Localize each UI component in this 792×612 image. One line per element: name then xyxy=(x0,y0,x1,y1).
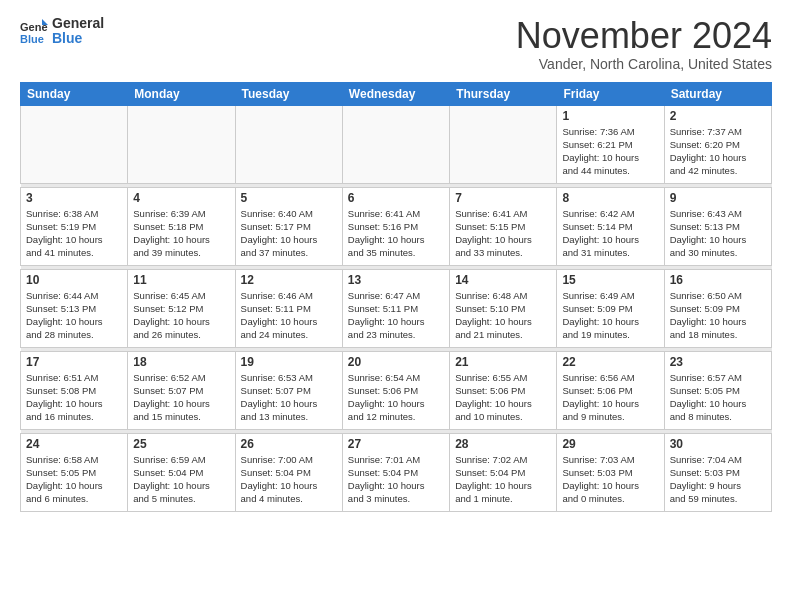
day-info: Sunrise: 6:43 AM Sunset: 5:13 PM Dayligh… xyxy=(670,207,766,260)
day-number: 26 xyxy=(241,437,337,451)
calendar-cell: 5Sunrise: 6:40 AM Sunset: 5:17 PM Daylig… xyxy=(235,187,342,265)
day-info: Sunrise: 6:50 AM Sunset: 5:09 PM Dayligh… xyxy=(670,289,766,342)
calendar-header-saturday: Saturday xyxy=(664,82,771,105)
day-number: 17 xyxy=(26,355,122,369)
day-number: 20 xyxy=(348,355,444,369)
day-info: Sunrise: 6:38 AM Sunset: 5:19 PM Dayligh… xyxy=(26,207,122,260)
day-info: Sunrise: 6:54 AM Sunset: 5:06 PM Dayligh… xyxy=(348,371,444,424)
calendar-cell: 30Sunrise: 7:04 AM Sunset: 5:03 PM Dayli… xyxy=(664,433,771,511)
calendar-cell: 21Sunrise: 6:55 AM Sunset: 5:06 PM Dayli… xyxy=(450,351,557,429)
calendar-cell: 9Sunrise: 6:43 AM Sunset: 5:13 PM Daylig… xyxy=(664,187,771,265)
day-info: Sunrise: 6:51 AM Sunset: 5:08 PM Dayligh… xyxy=(26,371,122,424)
day-number: 14 xyxy=(455,273,551,287)
calendar-cell: 27Sunrise: 7:01 AM Sunset: 5:04 PM Dayli… xyxy=(342,433,449,511)
title-block: November 2024 Vander, North Carolina, Un… xyxy=(516,16,772,72)
calendar-cell xyxy=(342,105,449,183)
calendar-cell xyxy=(21,105,128,183)
day-number: 11 xyxy=(133,273,229,287)
day-info: Sunrise: 7:01 AM Sunset: 5:04 PM Dayligh… xyxy=(348,453,444,506)
calendar-cell: 6Sunrise: 6:41 AM Sunset: 5:16 PM Daylig… xyxy=(342,187,449,265)
header: General Blue General Blue November 2024 … xyxy=(20,16,772,72)
calendar-cell xyxy=(128,105,235,183)
location: Vander, North Carolina, United States xyxy=(516,56,772,72)
day-number: 22 xyxy=(562,355,658,369)
logo-blue-text: Blue xyxy=(52,31,104,46)
day-number: 1 xyxy=(562,109,658,123)
calendar-cell: 28Sunrise: 7:02 AM Sunset: 5:04 PM Dayli… xyxy=(450,433,557,511)
calendar-cell: 8Sunrise: 6:42 AM Sunset: 5:14 PM Daylig… xyxy=(557,187,664,265)
day-info: Sunrise: 6:48 AM Sunset: 5:10 PM Dayligh… xyxy=(455,289,551,342)
day-number: 9 xyxy=(670,191,766,205)
calendar-cell: 18Sunrise: 6:52 AM Sunset: 5:07 PM Dayli… xyxy=(128,351,235,429)
calendar-cell: 19Sunrise: 6:53 AM Sunset: 5:07 PM Dayli… xyxy=(235,351,342,429)
day-info: Sunrise: 6:41 AM Sunset: 5:15 PM Dayligh… xyxy=(455,207,551,260)
day-info: Sunrise: 6:56 AM Sunset: 5:06 PM Dayligh… xyxy=(562,371,658,424)
logo-general-text: General xyxy=(52,16,104,31)
month-title: November 2024 xyxy=(516,16,772,56)
calendar-week-2: 3Sunrise: 6:38 AM Sunset: 5:19 PM Daylig… xyxy=(21,187,772,265)
day-info: Sunrise: 6:52 AM Sunset: 5:07 PM Dayligh… xyxy=(133,371,229,424)
calendar-header-row: SundayMondayTuesdayWednesdayThursdayFrid… xyxy=(21,82,772,105)
logo-icon: General Blue xyxy=(20,17,48,45)
calendar-week-5: 24Sunrise: 6:58 AM Sunset: 5:05 PM Dayli… xyxy=(21,433,772,511)
calendar-week-4: 17Sunrise: 6:51 AM Sunset: 5:08 PM Dayli… xyxy=(21,351,772,429)
day-number: 29 xyxy=(562,437,658,451)
calendar-header-thursday: Thursday xyxy=(450,82,557,105)
calendar-cell: 23Sunrise: 6:57 AM Sunset: 5:05 PM Dayli… xyxy=(664,351,771,429)
calendar-header-monday: Monday xyxy=(128,82,235,105)
day-number: 25 xyxy=(133,437,229,451)
calendar-cell: 12Sunrise: 6:46 AM Sunset: 5:11 PM Dayli… xyxy=(235,269,342,347)
day-info: Sunrise: 6:42 AM Sunset: 5:14 PM Dayligh… xyxy=(562,207,658,260)
day-number: 19 xyxy=(241,355,337,369)
day-info: Sunrise: 6:46 AM Sunset: 5:11 PM Dayligh… xyxy=(241,289,337,342)
calendar-week-1: 1Sunrise: 7:36 AM Sunset: 6:21 PM Daylig… xyxy=(21,105,772,183)
day-number: 30 xyxy=(670,437,766,451)
calendar: SundayMondayTuesdayWednesdayThursdayFrid… xyxy=(20,82,772,512)
calendar-cell: 22Sunrise: 6:56 AM Sunset: 5:06 PM Dayli… xyxy=(557,351,664,429)
calendar-cell: 15Sunrise: 6:49 AM Sunset: 5:09 PM Dayli… xyxy=(557,269,664,347)
day-number: 7 xyxy=(455,191,551,205)
calendar-cell: 17Sunrise: 6:51 AM Sunset: 5:08 PM Dayli… xyxy=(21,351,128,429)
day-info: Sunrise: 7:04 AM Sunset: 5:03 PM Dayligh… xyxy=(670,453,766,506)
calendar-cell: 26Sunrise: 7:00 AM Sunset: 5:04 PM Dayli… xyxy=(235,433,342,511)
day-number: 6 xyxy=(348,191,444,205)
calendar-header-friday: Friday xyxy=(557,82,664,105)
calendar-header-tuesday: Tuesday xyxy=(235,82,342,105)
logo-text: General Blue xyxy=(52,16,104,47)
calendar-cell: 25Sunrise: 6:59 AM Sunset: 5:04 PM Dayli… xyxy=(128,433,235,511)
calendar-cell xyxy=(450,105,557,183)
calendar-header-sunday: Sunday xyxy=(21,82,128,105)
svg-text:Blue: Blue xyxy=(20,33,44,45)
day-info: Sunrise: 7:37 AM Sunset: 6:20 PM Dayligh… xyxy=(670,125,766,178)
day-number: 2 xyxy=(670,109,766,123)
day-number: 5 xyxy=(241,191,337,205)
calendar-cell: 20Sunrise: 6:54 AM Sunset: 5:06 PM Dayli… xyxy=(342,351,449,429)
calendar-week-3: 10Sunrise: 6:44 AM Sunset: 5:13 PM Dayli… xyxy=(21,269,772,347)
day-number: 12 xyxy=(241,273,337,287)
day-number: 16 xyxy=(670,273,766,287)
day-info: Sunrise: 6:40 AM Sunset: 5:17 PM Dayligh… xyxy=(241,207,337,260)
calendar-cell: 29Sunrise: 7:03 AM Sunset: 5:03 PM Dayli… xyxy=(557,433,664,511)
day-info: Sunrise: 6:44 AM Sunset: 5:13 PM Dayligh… xyxy=(26,289,122,342)
day-number: 10 xyxy=(26,273,122,287)
calendar-cell: 11Sunrise: 6:45 AM Sunset: 5:12 PM Dayli… xyxy=(128,269,235,347)
logo: General Blue General Blue xyxy=(20,16,104,47)
day-info: Sunrise: 6:58 AM Sunset: 5:05 PM Dayligh… xyxy=(26,453,122,506)
day-info: Sunrise: 6:55 AM Sunset: 5:06 PM Dayligh… xyxy=(455,371,551,424)
day-info: Sunrise: 6:53 AM Sunset: 5:07 PM Dayligh… xyxy=(241,371,337,424)
day-number: 13 xyxy=(348,273,444,287)
day-info: Sunrise: 6:39 AM Sunset: 5:18 PM Dayligh… xyxy=(133,207,229,260)
day-number: 24 xyxy=(26,437,122,451)
day-number: 3 xyxy=(26,191,122,205)
day-info: Sunrise: 6:47 AM Sunset: 5:11 PM Dayligh… xyxy=(348,289,444,342)
day-info: Sunrise: 6:41 AM Sunset: 5:16 PM Dayligh… xyxy=(348,207,444,260)
calendar-header-wednesday: Wednesday xyxy=(342,82,449,105)
day-number: 21 xyxy=(455,355,551,369)
calendar-cell: 24Sunrise: 6:58 AM Sunset: 5:05 PM Dayli… xyxy=(21,433,128,511)
day-number: 4 xyxy=(133,191,229,205)
calendar-cell: 10Sunrise: 6:44 AM Sunset: 5:13 PM Dayli… xyxy=(21,269,128,347)
calendar-cell: 14Sunrise: 6:48 AM Sunset: 5:10 PM Dayli… xyxy=(450,269,557,347)
calendar-cell: 4Sunrise: 6:39 AM Sunset: 5:18 PM Daylig… xyxy=(128,187,235,265)
day-number: 18 xyxy=(133,355,229,369)
calendar-cell: 13Sunrise: 6:47 AM Sunset: 5:11 PM Dayli… xyxy=(342,269,449,347)
